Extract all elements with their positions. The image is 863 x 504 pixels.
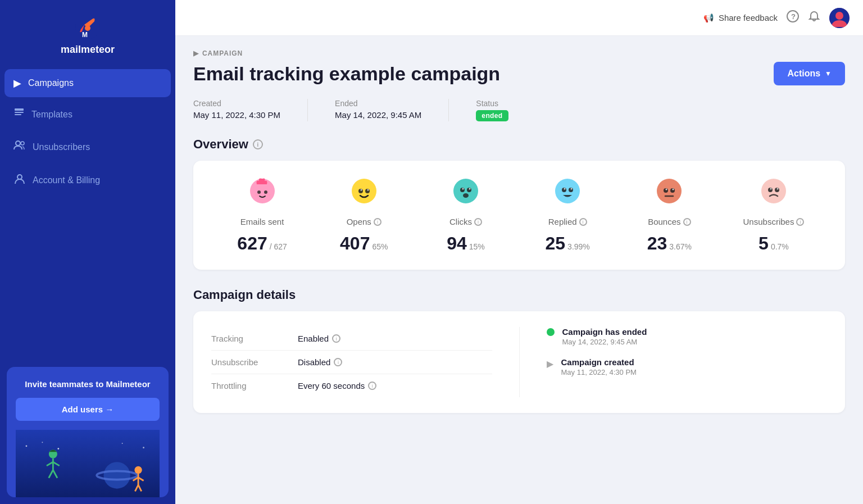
svg-point-1 [85,25,90,31]
timeline-dot-green [547,328,555,336]
bounces-emoji [655,176,684,210]
tracking-key: Tracking [211,334,284,343]
opens-value: 407 65% [340,233,388,254]
ended-meta: Ended May 14, 2022, 9:45 AM [335,99,421,120]
timeline-content-created: Campaign created May 11, 2022, 4:30 PM [561,357,637,376]
clicks-label: Clicks i [449,217,482,226]
detail-unsubscribe: Unsubscribe Disabled i [211,351,492,374]
overview-card: Emails sent 627 / 627 [193,161,845,270]
svg-point-8 [17,175,22,179]
status-meta: Status ended [476,99,508,121]
stat-unsubscribes: Unsubscribes i 5 0.7% [743,176,805,254]
share-feedback-label: Share feedback [719,13,778,22]
topbar: 📢 Share feedback ? [175,0,863,36]
sidebar-item-label-account: Account & Billing [33,175,100,185]
sidebar-item-label-templates: Templates [31,110,72,120]
timeline-item-ended: Campaign has ended May 14, 2022, 9:45 AM [547,327,828,346]
svg-text:?: ? [791,12,796,21]
replied-info-icon[interactable]: i [579,218,587,226]
svg-line-19 [53,462,59,466]
clicks-info-icon[interactable]: i [474,218,482,226]
sidebar-item-label-campaigns: Campaigns [28,78,74,88]
actions-button[interactable]: Actions ▼ [774,62,845,85]
details-right: Campaign has ended May 14, 2022, 9:45 AM… [519,327,828,397]
opens-info-icon[interactable]: i [374,218,381,226]
help-icon[interactable]: ? [787,10,799,25]
svg-point-12 [122,443,123,444]
svg-point-53 [657,179,682,203]
sidebar-item-unsubscribers[interactable]: Unsubscribers [4,131,171,162]
svg-point-63 [776,188,778,190]
notification-bell-icon[interactable] [808,10,820,25]
svg-point-46 [462,188,464,190]
meta-divider-1 [307,99,308,121]
unsubscribes-info-icon[interactable]: i [796,218,804,226]
breadcrumb-label: CAMPAIGN [202,49,243,57]
svg-line-20 [49,470,53,478]
svg-point-37 [352,179,376,203]
unsubscribes-label: Unsubscribes i [743,217,805,226]
status-label: Status [476,99,508,108]
throttling-info-icon[interactable]: i [368,382,376,390]
sidebar-illustration [16,430,160,497]
svg-point-58 [673,189,674,190]
bounces-info-icon[interactable]: i [683,218,691,226]
actions-caret-icon: ▼ [825,70,832,78]
tracking-info-icon[interactable]: i [332,334,340,343]
clicks-value: 94 15% [447,233,485,254]
svg-point-6 [16,141,20,146]
svg-point-11 [57,448,59,449]
sidebar-item-label-unsubscribers: Unsubscribers [33,142,90,152]
account-billing-icon [13,172,26,188]
svg-rect-4 [15,112,24,113]
svg-rect-3 [15,108,24,111]
replied-value: 25 3.99% [546,233,590,254]
svg-point-42 [453,179,478,203]
svg-point-47 [469,188,470,190]
svg-point-45 [463,193,469,198]
sidebar-item-account-billing[interactable]: Account & Billing [4,165,171,196]
stat-opens: Opens i 407 65% [336,176,392,254]
sidebar-item-templates[interactable]: Templates [4,99,171,129]
opens-label: Opens i [347,217,381,226]
svg-point-34 [264,190,267,194]
svg-rect-5 [15,114,21,115]
emails-sent-emoji [248,176,277,210]
sidebar: M mailmeteor ▶ Campaigns Templates Unsub… [0,0,175,504]
svg-point-59 [761,179,786,203]
stat-replied: Replied i 25 3.99% [539,176,596,254]
breadcrumb-icon: ▶ [193,49,199,57]
svg-point-36 [266,194,270,197]
svg-point-57 [666,189,667,190]
page-content: ▶ CAMPAIGN Email tracking example campai… [175,36,863,504]
svg-text:M: M [82,31,88,39]
svg-line-21 [53,470,57,478]
unsubscribe-info-icon[interactable]: i [334,358,342,366]
throttling-value: Every 60 seconds i [298,381,376,391]
main-content: 📢 Share feedback ? ▶ CAMPAIGN Email trac… [175,0,863,504]
details-section-title: Campaign details [193,288,845,302]
svg-point-31 [835,12,843,20]
throttling-key: Throttling [211,381,284,391]
ended-value: May 14, 2022, 9:45 AM [335,110,421,120]
svg-line-27 [138,485,142,491]
svg-point-13 [143,447,144,448]
bounces-value: 23 3.67% [647,233,692,254]
sidebar-nav: ▶ Campaigns Templates Unsubscribers Acco… [0,65,175,200]
overview-info-icon[interactable]: i [253,139,263,149]
user-avatar[interactable] [829,8,850,28]
share-feedback-button[interactable]: 📢 Share feedback [703,13,778,23]
svg-point-52 [571,188,573,190]
unsubscribers-icon [13,139,26,155]
add-users-button[interactable]: Add users → [16,398,160,421]
created-label: Created [193,99,280,108]
unsubscribes-emoji [759,176,788,210]
opens-emoji [349,176,379,210]
sidebar-item-campaigns[interactable]: ▶ Campaigns [4,69,171,97]
created-value: May 11, 2022, 4:30 PM [193,110,280,120]
ended-label: Ended [335,99,421,108]
sidebar-logo: M mailmeteor [0,0,175,65]
stat-clicks: Clicks i 94 15% [438,176,494,254]
timeline-item-created: ▶ Campaign created May 11, 2022, 4:30 PM [547,357,828,376]
svg-point-41 [367,189,369,191]
